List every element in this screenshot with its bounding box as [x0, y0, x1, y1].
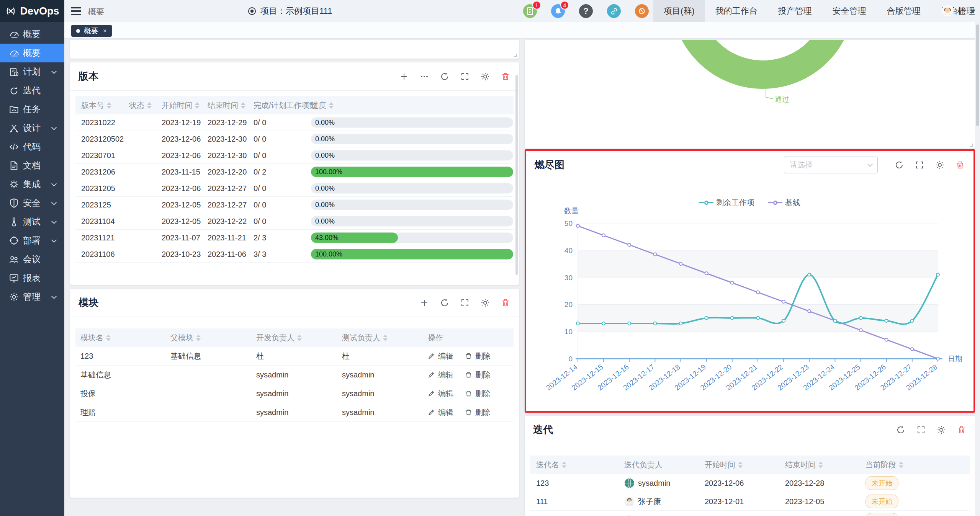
column-header[interactable]: 迭代名	[536, 456, 566, 474]
refresh-icon[interactable]	[896, 425, 906, 435]
done-count-cell: 0/ 0	[254, 118, 266, 127]
column-header[interactable]: 当前阶段	[865, 456, 903, 474]
sidebar-item-task-4[interactable]: 任务	[0, 100, 64, 119]
nav-item-2[interactable]: 我的工作台	[705, 0, 768, 22]
settings-icon[interactable]	[935, 160, 945, 170]
fullscreen-icon[interactable]	[915, 160, 924, 170]
column-header[interactable]: 测试负责人	[342, 328, 388, 347]
sort-caret-icon[interactable]	[329, 102, 334, 109]
legend-item-remaining[interactable]: 剩余工作项	[699, 198, 754, 208]
sidebar-item-gauge-0[interactable]: 概要	[0, 25, 64, 44]
resize-handle-icon[interactable]	[512, 52, 517, 57]
refresh-icon[interactable]	[894, 160, 904, 170]
column-header[interactable]: 开始时间	[705, 456, 743, 474]
progress-bar: 0.00%	[311, 150, 513, 161]
delete-action[interactable]: 删除	[465, 370, 491, 380]
delete-action[interactable]: 删除	[465, 407, 491, 418]
link-icon[interactable]	[607, 4, 621, 18]
nav-item-3[interactable]: 投产管理	[768, 0, 822, 22]
legend-item-baseline[interactable]: 基线	[768, 198, 800, 208]
sidebar-item-iteration-3[interactable]: 迭代	[0, 81, 64, 100]
chevron-down-icon	[51, 219, 57, 224]
column-header[interactable]: 进度	[311, 96, 334, 114]
refresh-icon[interactable]	[440, 298, 450, 308]
column-header[interactable]: 结束时间	[785, 456, 823, 474]
edit-action[interactable]: 编辑	[428, 370, 453, 380]
person-avatar-icon	[624, 496, 635, 506]
iteration-select[interactable]: 请选择	[784, 157, 878, 173]
todo-doc-icon[interactable]: 1	[523, 4, 537, 18]
settings-icon[interactable]	[480, 72, 490, 82]
sidebar-item-design-5[interactable]: 设计	[0, 119, 64, 137]
delete-icon[interactable]	[955, 160, 965, 170]
page-scrollbar-thumb[interactable]	[976, 24, 979, 126]
column-header[interactable]: 状态	[129, 96, 152, 114]
sidebar-item-plan-2[interactable]: 计划	[0, 62, 64, 81]
help-icon[interactable]: ?	[579, 4, 593, 18]
sort-caret-icon[interactable]	[196, 335, 201, 341]
delete-icon[interactable]	[957, 425, 967, 435]
sort-caret-icon[interactable]	[147, 102, 152, 109]
ban-icon[interactable]	[635, 4, 649, 18]
sort-caret-icon[interactable]	[297, 335, 302, 341]
sidebar-item-doc-7[interactable]: 文档	[0, 156, 64, 175]
svg-text:10: 10	[564, 328, 573, 336]
column-header[interactable]: 结束时间	[208, 96, 245, 114]
sidebar-item-deploy-11[interactable]: 部署	[0, 231, 64, 250]
delete-icon[interactable]	[501, 72, 510, 82]
sidebar-item-security-9[interactable]: 安全	[0, 194, 64, 212]
sidebar-item-meeting-12[interactable]: 会议	[0, 250, 64, 269]
fullscreen-icon[interactable]	[916, 425, 926, 435]
sidebar-item-gauge-1[interactable]: 概要	[0, 44, 64, 62]
tab-close-icon[interactable]: ×	[103, 27, 107, 35]
page-scrollbar[interactable]	[975, 22, 980, 516]
column-header-label: 开发负责人	[256, 333, 294, 343]
column-header[interactable]: 模块名	[80, 328, 111, 347]
fullscreen-icon[interactable]	[460, 72, 470, 82]
column-header[interactable]: 父模块	[170, 328, 201, 347]
sort-caret-icon[interactable]	[107, 102, 111, 109]
app-logo[interactable]: DevOps	[0, 0, 64, 22]
edit-action[interactable]: 编辑	[428, 351, 453, 361]
sidebar-item-integration-8[interactable]: 集成	[0, 175, 64, 194]
progress-bar: 43.00%	[311, 233, 513, 243]
sort-caret-icon[interactable]	[383, 335, 388, 341]
sort-caret-icon[interactable]	[738, 462, 743, 468]
sort-caret-icon[interactable]	[818, 462, 823, 468]
resize-handle-icon[interactable]	[968, 142, 973, 147]
refresh-icon[interactable]	[440, 72, 450, 82]
sidebar-item-code-6[interactable]: 代码	[0, 137, 64, 156]
edit-action[interactable]: 编辑	[428, 407, 453, 418]
sort-caret-icon[interactable]	[241, 102, 245, 109]
sort-caret-icon[interactable]	[195, 102, 200, 109]
edit-action[interactable]: 编辑	[428, 389, 453, 399]
nav-item-5[interactable]: 合版管理	[877, 0, 931, 22]
more-icon[interactable]	[419, 72, 429, 82]
delete-action[interactable]: 删除	[465, 351, 491, 361]
delete-icon[interactable]	[501, 298, 510, 308]
sort-caret-icon[interactable]	[562, 462, 566, 468]
settings-icon[interactable]	[936, 425, 946, 435]
nav-item-1[interactable]: 项目(群)	[653, 0, 705, 22]
settings-icon[interactable]	[480, 298, 490, 308]
column-header[interactable]: 开发负责人	[256, 328, 302, 347]
inner-scrollbar-thumb[interactable]	[515, 75, 518, 275]
sort-caret-icon[interactable]	[106, 335, 111, 341]
burndown-toolbar: 请选择	[784, 157, 965, 173]
user-menu[interactable]: 杜	[941, 0, 975, 22]
add-icon[interactable]	[399, 72, 409, 82]
tab-overview[interactable]: 概要 ×	[71, 25, 112, 37]
sidebar-item-admin-14[interactable]: 管理	[0, 287, 64, 306]
menu-toggle-icon[interactable]	[71, 7, 81, 15]
column-header[interactable]: 版本号	[81, 96, 111, 114]
sidebar-item-report-13[interactable]: 报表	[0, 269, 64, 287]
sidebar-item-test-10[interactable]: 测试	[0, 212, 64, 231]
column-header[interactable]: 开始时间	[162, 96, 200, 114]
start-date-cell: 2023-12-05	[162, 217, 201, 226]
sort-caret-icon[interactable]	[899, 462, 903, 468]
notification-bell-icon[interactable]: 4	[551, 4, 565, 18]
fullscreen-icon[interactable]	[460, 298, 470, 308]
add-icon[interactable]	[419, 298, 429, 308]
delete-action[interactable]: 删除	[465, 389, 491, 399]
nav-item-4[interactable]: 安全管理	[822, 0, 877, 22]
